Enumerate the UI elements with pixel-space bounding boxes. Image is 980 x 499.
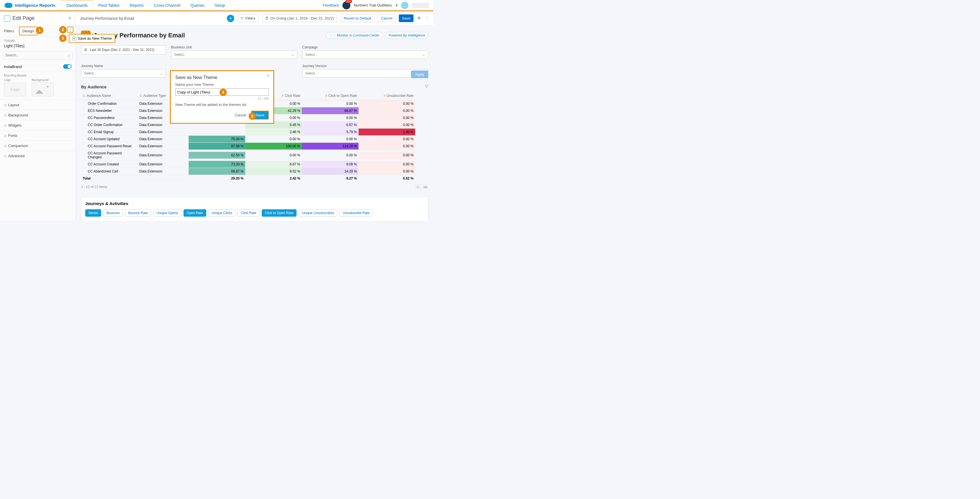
cancel-button[interactable]: Cancel [378,14,395,22]
theme-name: Light (Tiles) [0,43,76,51]
journey-pill-click-to-open-rate[interactable]: Click to Open Rate [262,209,297,217]
table-row: CC Account Password ResetData Extension8… [81,143,428,150]
filter-bu-label: Business Unit [171,45,297,49]
toolbar-title: Journey Performance by Email [80,16,134,21]
notification-icon[interactable]: 99+ [342,2,350,10]
modal-cancel-button[interactable]: Cancel [232,111,249,119]
journey-pill-unique-opens[interactable]: Unique Opens [153,209,181,217]
table-filter-icon[interactable]: ▽ [425,84,428,89]
chevron-down-icon: ▾ [395,3,398,8]
tab-pivot-tables[interactable]: Pivot Tables [93,0,125,11]
journey-pill-sends[interactable]: Sends [85,209,101,217]
top-nav: Intelligence Reports Dashboards Pivot Ta… [0,0,433,11]
expand-icon: ◇ [4,133,6,138]
theme-search-input[interactable] [5,53,67,57]
pagination-collapse[interactable]: ⇢⇠ [423,184,428,189]
calendar-icon: 🗓 [84,48,88,52]
monitor-button[interactable]: ⋮⋮Monitor in Command Center [326,32,383,39]
bg-upload[interactable] [32,83,54,96]
org-name[interactable]: Northern Trail Outfitters [354,3,392,7]
accordion-widgets[interactable]: ◇Widgets [0,120,76,130]
theme-search[interactable]: ⌕ [3,51,73,59]
journey-pill-bounces[interactable]: Bounces [103,209,123,217]
table-row: CC Abandoned CartData Extension66.67 %9.… [81,168,428,175]
eye-icon[interactable]: 👁 [417,16,422,21]
notification-badge: 99+ [345,0,352,3]
table-row: CC Account CreatedData Extension73.33 %6… [81,161,428,168]
table-row: CC Account Password ChangedData Extensio… [81,150,428,161]
filter-campaign-select[interactable]: Select..⌄ [302,51,428,59]
edit-page-title: Edit Page [13,15,35,21]
apply-button[interactable]: Apply [411,70,428,78]
tab-reports[interactable]: Reports [125,0,149,11]
journey-pill-unique-unsubscribes[interactable]: Unique Unsubscribes [299,209,337,217]
table-total-row: Total 29.20 % 2.42 % 8.27 % 0.52 % [81,175,428,182]
app-title: Intelligence Reports [15,3,55,8]
filters-button[interactable]: ▽ Filters [238,14,258,22]
kebab-menu-button[interactable]: ⋮ [67,27,73,33]
accordion-background[interactable]: ◇Background [0,110,76,120]
journeys-title: Journeys & Activities [85,201,424,206]
page-toolbar: Journey Performance by Email + ▽ Filters… [76,11,433,25]
plus-icon: + [72,37,76,40]
callout-5: 5 [249,113,256,120]
modal-title: Save as New Theme [175,75,269,80]
journey-pill-open-rate[interactable]: Open Rate [183,209,206,217]
powered-button[interactable]: Powered By Intelligence [385,32,428,39]
journey-pill-bounce-rate[interactable]: Bounce Rate [125,209,151,217]
expand-icon: ◇ [4,154,6,158]
tab-dashboards[interactable]: Dashboards [61,0,93,11]
avatar[interactable] [401,2,409,9]
journey-pill-unique-clicks[interactable]: Unique Clicks [208,209,235,217]
modal-label: Name your new Theme: [175,83,269,87]
filter-icon: ▽ [241,16,243,21]
bg-label: Background [32,78,54,81]
expand-icon: ◇ [4,144,6,148]
feedback-link[interactable]: Feedback [323,3,339,7]
kebab-flyout[interactable]: + Save as New Theme [69,34,115,43]
expand-icon: ◇ [4,113,6,117]
more-icon[interactable]: ⋮ [425,16,430,21]
accordion-fonts[interactable]: ◇Fonts [0,130,76,140]
callout-1: 1 [36,27,43,34]
accordion-advanced[interactable]: ◇Advanced [0,151,76,161]
save-theme-modal: ✕ Save as New Theme Name your new Theme:… [170,70,274,124]
date-range-pill[interactable]: 🗓 On Going (Jan 1, 2019 - Dec 31, 2022) [262,14,337,22]
journey-pill-unsubscribe-rate[interactable]: Unsubscribe Rate [340,209,373,217]
accordion-comparison[interactable]: ◇Comparison [0,140,76,151]
search-icon: ⌕ [67,52,70,58]
pagination-label: 1 - 12 of 12 items [81,185,107,189]
calendar-icon: 🗓 [265,16,269,21]
table-row: CC Account UpdatedData Extension75.00 %0… [81,136,428,143]
save-button[interactable]: Save [399,14,414,22]
tab-cross-channel[interactable]: Cross-Channel [149,0,185,11]
cloud-icon [5,3,13,8]
callout-4: 4 [220,89,227,96]
add-button[interactable]: + [227,15,234,22]
lp-tab-design[interactable]: Design [19,27,37,35]
tab-setup[interactable]: Setup [210,0,230,11]
edit-page-icon [4,15,10,22]
accordion-layout[interactable]: ◇Layout [0,100,76,110]
date-last30[interactable]: 🗓 Last 30 Days (Dec 2, 2022 - Dec 31, 20… [81,45,166,54]
logo-upload[interactable]: Logo [4,83,26,96]
branding-assets-label: Branding Assets [0,72,76,78]
close-icon[interactable]: ✕ [68,16,72,21]
pagination-expand[interactable]: ↔ [415,184,421,189]
lp-tab-filters[interactable]: Filters [4,27,14,35]
modal-close-icon[interactable]: ✕ [267,73,270,78]
expand-icon: ◇ [4,103,6,107]
revert-button[interactable]: Revert to Default [340,14,374,22]
section-title: By Audience [81,84,107,89]
filter-jname-select[interactable]: Select..⌄ [81,69,166,78]
redacted-block [412,3,429,8]
instabrand-label: InstaBrand [4,65,22,69]
modal-note: New Theme will be added to the themes li… [175,103,269,107]
modal-char-count: 21 / 100 [175,97,269,100]
filter-campaign-label: Campaign [302,45,428,49]
journey-pill-click-rate[interactable]: Click Rate [238,209,259,217]
instabrand-toggle[interactable] [63,64,72,69]
tab-queries[interactable]: Queries [186,0,210,11]
filter-jver-select[interactable]: Select..⌄ [302,69,428,78]
filter-bu-select[interactable]: Select..⌄ [171,51,297,59]
